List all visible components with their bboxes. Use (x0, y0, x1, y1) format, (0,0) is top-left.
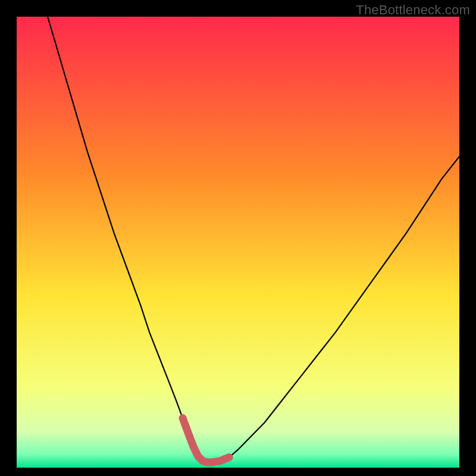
app-frame: TheBottleneck.com (0, 0, 476, 476)
watermark-text: TheBottleneck.com (356, 2, 470, 18)
bottleneck-chart (17, 17, 459, 468)
heat-gradient-bg (17, 17, 459, 468)
